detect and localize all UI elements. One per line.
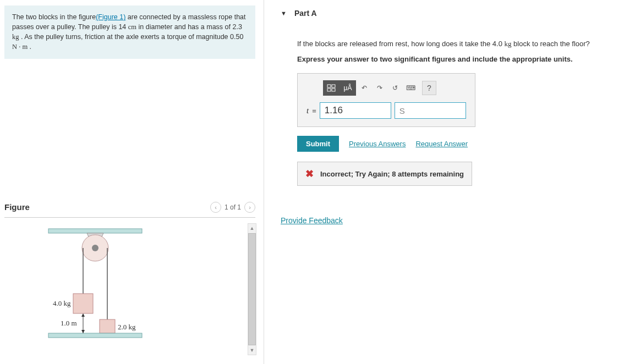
equals-label: = (312, 107, 316, 115)
figure-title: Figure (4, 202, 30, 212)
answer-toolbar: μÅ ↶ ↷ ↺ ⌨ ? (323, 80, 466, 96)
svg-rect-15 (332, 89, 335, 91)
svg-rect-13 (332, 85, 335, 87)
figure-pager: ‹ 1 of 1 › (210, 202, 255, 213)
problem-statement: The two blocks in the figure(Figure 1) a… (4, 5, 255, 59)
submit-button[interactable]: Submit (297, 136, 339, 152)
figure-next-button[interactable]: › (244, 202, 255, 213)
undo-button[interactable]: ↶ (357, 80, 371, 96)
tool-group: μÅ (323, 80, 356, 96)
reset-icon: ↺ (392, 84, 398, 92)
redo-button[interactable]: ↷ (373, 80, 387, 96)
problem-text: . (28, 43, 31, 51)
problem-text: The two blocks in the figure (12, 13, 96, 21)
unit-kg: kg (504, 40, 511, 48)
instruction-text: Express your answer to two significant f… (297, 55, 624, 63)
previous-answers-link[interactable]: Previous Answers (349, 140, 406, 148)
provide-feedback-link[interactable]: Provide Feedback (281, 216, 343, 225)
answer-row: t = (306, 102, 466, 119)
figure-section: Figure ‹ 1 of 1 › (4, 202, 255, 355)
figure-diagram: 4.0 kg 2.0 kg 1.0 m (15, 223, 169, 344)
figure-scrollbar[interactable]: ▲ ▼ (248, 223, 256, 355)
problem-text: . As the pulley turns, friction at the a… (19, 33, 244, 41)
undo-icon: ↶ (362, 84, 367, 92)
figure-prev-button[interactable]: ‹ (210, 202, 221, 213)
mass1-label: 4.0 kg (53, 299, 71, 307)
scroll-thumb[interactable] (248, 233, 256, 345)
problem-text: in diameter and has a mass of 2.3 (136, 23, 242, 31)
height-label: 1.0 m (61, 319, 77, 327)
action-row: Submit Previous Answers Request Answer (297, 136, 624, 152)
unit-kg: kg (12, 33, 19, 41)
question-text-part: If the blocks are released from rest, ho… (297, 40, 504, 48)
incorrect-icon: ✖ (305, 168, 314, 180)
svg-rect-12 (327, 85, 331, 87)
left-panel: The two blocks in the figure(Figure 1) a… (0, 0, 264, 364)
question-text: If the blocks are released from rest, ho… (297, 40, 624, 48)
right-panel: ▼ Part A If the blocks are released from… (264, 0, 635, 364)
svg-point-3 (92, 245, 98, 251)
figure-link[interactable]: (Figure 1) (96, 13, 125, 21)
mass2-label: 2.0 kg (118, 323, 136, 331)
variable-label: t (306, 106, 309, 115)
unit-nm: N · m (12, 43, 28, 51)
scroll-down-icon[interactable]: ▼ (248, 346, 256, 355)
svg-rect-14 (327, 89, 331, 91)
svg-rect-6 (73, 294, 93, 313)
unit-input[interactable] (395, 102, 466, 119)
reset-button[interactable]: ↺ (388, 80, 402, 96)
value-input[interactable] (320, 102, 391, 119)
svg-rect-7 (100, 319, 115, 333)
svg-rect-0 (48, 229, 142, 233)
help-button[interactable]: ? (422, 81, 436, 95)
feedback-text: Incorrect; Try Again; 8 attempts remaini… (320, 170, 464, 178)
caret-down-icon: ▼ (281, 10, 287, 16)
unit-cm: cm (128, 23, 136, 31)
redo-icon: ↷ (377, 84, 382, 92)
template-tool-button[interactable] (323, 80, 340, 96)
question-text-part: block to reach the floor? (511, 40, 589, 48)
template-icon (327, 84, 336, 92)
keyboard-icon: ⌨ (406, 84, 415, 92)
answer-widget: μÅ ↶ ↷ ↺ ⌨ ? t = (297, 73, 475, 127)
figure-pager-text: 1 of 1 (225, 203, 241, 211)
feedback-box: ✖ Incorrect; Try Again; 8 attempts remai… (297, 162, 472, 186)
keyboard-button[interactable]: ⌨ (403, 80, 418, 96)
request-answer-link[interactable]: Request Answer (415, 140, 468, 148)
svg-rect-8 (48, 333, 142, 338)
figure-body: 4.0 kg 2.0 kg 1.0 m ▲ ▼ (4, 223, 255, 355)
units-tool-button[interactable]: μÅ (340, 80, 356, 96)
svg-marker-11 (81, 330, 85, 333)
part-title: Part A (294, 9, 317, 18)
provide-feedback: Provide Feedback (281, 216, 624, 225)
scroll-up-icon[interactable]: ▲ (248, 224, 256, 233)
svg-marker-10 (81, 313, 85, 317)
figure-header: Figure ‹ 1 of 1 › (4, 202, 255, 218)
part-header[interactable]: ▼ Part A (281, 5, 624, 23)
part-body: If the blocks are released from rest, ho… (281, 40, 624, 225)
